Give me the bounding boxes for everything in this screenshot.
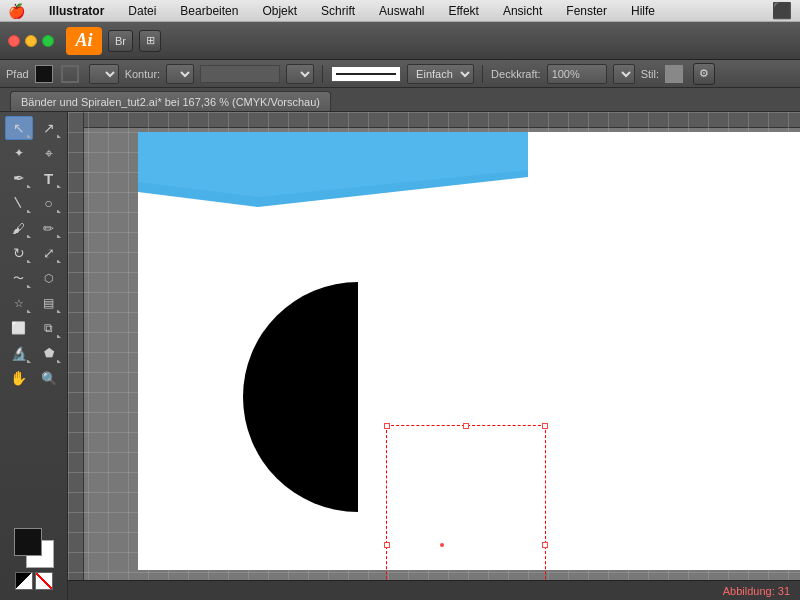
tool-row-2: ✦ ⌖ (0, 141, 67, 165)
warp-tool[interactable]: 〜 (5, 266, 33, 290)
direct-selection-tool[interactable]: ↗ (35, 116, 63, 140)
magic-wand-tool[interactable]: ✦ (5, 141, 33, 165)
apple-menu[interactable]: 🍎 (8, 3, 25, 19)
divider-2 (482, 65, 483, 83)
menu-hilfe[interactable]: Hilfe (627, 4, 659, 18)
tool-row-6: ↻ ⤢ (0, 241, 67, 265)
fg-bg-swatches[interactable] (14, 528, 54, 568)
app-name: Illustrator (45, 4, 108, 18)
canvas-document[interactable] (138, 132, 800, 570)
canvas-area[interactable]: Abbildung: 31 (68, 112, 800, 600)
style-swatch[interactable] (665, 65, 683, 83)
menu-effekt[interactable]: Effekt (444, 4, 482, 18)
main-area: ↖ ↗ ✦ ⌖ ✒ T (0, 112, 800, 600)
figure-label: Abbildung: 31 (723, 585, 790, 597)
tool-row-11: ✋ 🔍 (0, 366, 67, 390)
menu-bearbeiten[interactable]: Bearbeiten (176, 4, 242, 18)
divider-1 (322, 65, 323, 83)
tool-row-3: ✒ T (0, 166, 67, 190)
selection-tool[interactable]: ↖ (5, 116, 33, 140)
menu-bar: 🍎 Illustrator Datei Bearbeiten Objekt Sc… (0, 0, 800, 22)
tab-title: Bänder und Spiralen_tut2.ai* bei 167,36 … (21, 96, 320, 108)
tool-row-10: 🔬 ⬟ (0, 341, 67, 365)
handle-mid-left[interactable] (384, 542, 390, 548)
kontur-label: Kontur: (125, 68, 160, 80)
line-tool[interactable]: / (5, 191, 33, 215)
blend-tool[interactable]: ⬟ (35, 341, 63, 365)
minimize-button[interactable] (25, 35, 37, 47)
tool-row-1: ↖ ↗ (0, 116, 67, 140)
symbol-tool[interactable]: ☆ (5, 291, 33, 315)
pencil-tool[interactable]: ✏ (35, 216, 63, 240)
close-button[interactable] (8, 35, 20, 47)
tool-row-5: 🖌 ✏ (0, 216, 67, 240)
scale-tool[interactable]: ⤢ (35, 241, 63, 265)
br-button[interactable]: Br (108, 30, 133, 52)
eyedropper-tool[interactable]: 🔬 (5, 341, 33, 365)
menu-objekt[interactable]: Objekt (258, 4, 301, 18)
left-toolbar: ↖ ↗ ✦ ⌖ ✒ T (0, 112, 68, 600)
maximize-button[interactable] (42, 35, 54, 47)
menu-schrift[interactable]: Schrift (317, 4, 359, 18)
foreground-color-swatch[interactable] (14, 528, 42, 556)
ai-logo: Ai (66, 27, 102, 55)
menu-ansicht[interactable]: Ansicht (499, 4, 546, 18)
tool-row-4: / ○ (0, 191, 67, 215)
title-bar: Ai Br ⊞ (0, 22, 800, 60)
opacity-display[interactable]: 100% (547, 64, 607, 84)
opacity-select[interactable] (613, 64, 635, 84)
svg-marker-1 (138, 132, 528, 197)
handle-mid-right[interactable] (542, 542, 548, 548)
menu-datei[interactable]: Datei (124, 4, 160, 18)
stroke-line (336, 73, 396, 75)
stroke-style-select[interactable]: Einfach (407, 64, 474, 84)
tool-row-9: ⬜ ⧉ (0, 316, 67, 340)
type-tool[interactable]: T (35, 166, 63, 190)
black-semicircle-shape (238, 277, 438, 522)
opacity-label: Deckkraft: (491, 68, 541, 80)
swatch-row (15, 572, 53, 590)
status-bar: Abbildung: 31 (68, 580, 800, 600)
paintbrush-tool[interactable]: 🖌 (5, 216, 33, 240)
document-tab[interactable]: Bänder und Spiralen_tut2.ai* bei 167,36 … (10, 91, 331, 111)
no-color-button[interactable] (35, 572, 53, 590)
zoom-tool[interactable]: 🔍 (35, 366, 63, 390)
black-semicircle-svg (238, 277, 438, 522)
color-swatches (0, 522, 67, 596)
traffic-lights (8, 35, 54, 47)
hand-tool[interactable]: ✋ (5, 366, 33, 390)
kontur-select[interactable] (166, 64, 194, 84)
tool-row-8: ☆ ▤ (0, 291, 67, 315)
settings-btn[interactable]: ⚙ (693, 63, 715, 85)
stroke-width-select[interactable] (89, 64, 119, 84)
tool-row-7: 〜 ⬡ (0, 266, 67, 290)
tab-bar: Bänder und Spiralen_tut2.ai* bei 167,36 … (0, 88, 800, 112)
handle-top-right[interactable] (542, 423, 548, 429)
handle-top-mid[interactable] (463, 423, 469, 429)
center-point (440, 543, 444, 547)
blue-ribbon-shape (138, 132, 528, 212)
options-bar: Pfad Kontur: Einfach Deckkraft: 100% Sti… (0, 60, 800, 88)
stroke-swatch-option[interactable] (61, 65, 79, 83)
path-label: Pfad (6, 68, 29, 80)
free-transform-tool[interactable]: ⬡ (35, 266, 63, 290)
kontur-value-display (200, 65, 280, 83)
artboard-tool[interactable]: ⬜ (5, 316, 33, 340)
menu-auswahl[interactable]: Auswahl (375, 4, 428, 18)
ellipse-tool[interactable]: ○ (35, 191, 63, 215)
stroke-preview (331, 66, 401, 82)
stil-label: Stil: (641, 68, 659, 80)
default-colors-button[interactable] (15, 572, 33, 590)
lasso-tool[interactable]: ⌖ (35, 141, 63, 165)
grid-button[interactable]: ⊞ (139, 30, 161, 52)
kontur-right-select[interactable] (286, 64, 314, 84)
pen-tool[interactable]: ✒ (5, 166, 33, 190)
blue-ribbon-svg (138, 132, 528, 212)
column-graph-tool[interactable]: ▤ (35, 291, 63, 315)
slice-tool[interactable]: ⧉ (35, 316, 63, 340)
fill-swatch[interactable] (35, 65, 53, 83)
menu-fenster[interactable]: Fenster (562, 4, 611, 18)
rotate-tool[interactable]: ↻ (5, 241, 33, 265)
